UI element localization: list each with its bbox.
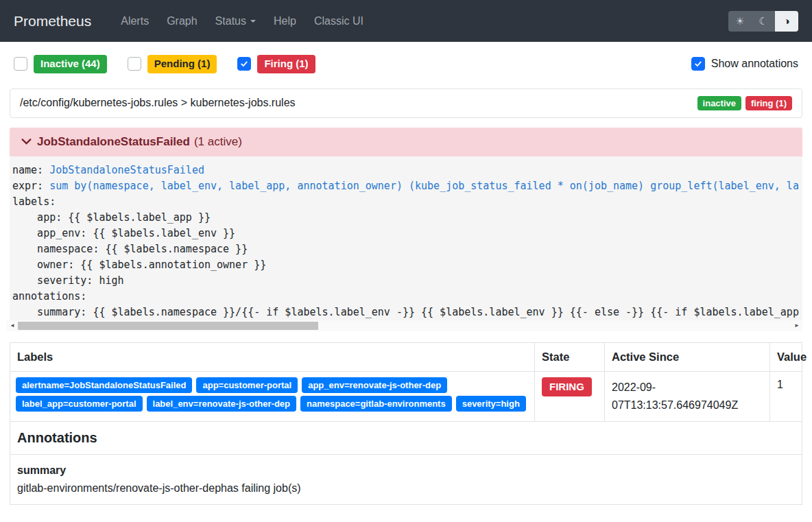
theme-toggle-group: ☀ ☾ ◑ (728, 11, 798, 32)
annotation-key: summary (17, 462, 795, 479)
state-cell: FIRING (535, 371, 605, 421)
code-text: expr: (12, 180, 49, 192)
horizontal-scrollbar[interactable]: ◄ ► (7, 320, 802, 331)
annotations-heading: Annotations (17, 430, 97, 445)
table-header-cell: Labels (10, 342, 535, 371)
nav-status[interactable]: Status (206, 15, 265, 27)
circle-half-icon: ◑ (783, 16, 789, 26)
code-line: app_env: {{ $labels.label_env }} (12, 226, 802, 241)
code-text: annotations: (12, 290, 86, 302)
firing-state-badge: FIRING (542, 377, 592, 396)
code-text: app: {{ $labels.label_app }} (12, 211, 211, 224)
nav-link-label: Alerts (121, 15, 149, 27)
label-badge: app_env=renovate-js-other-dep (302, 377, 447, 393)
top-navbar: Prometheus Alerts Graph Status Help Clas… (0, 0, 812, 42)
label-badge: alertname=JobStandaloneStatusFailed (16, 377, 192, 393)
show-annotations-label: Show annotations (711, 58, 798, 70)
code-line: labels: (12, 194, 802, 210)
alert-rule-header[interactable]: JobStandaloneStatusFailed (1 active) (10, 128, 802, 156)
code-text: summary: {{ $labels.namespace }}/{{- if … (12, 306, 799, 318)
state-filters: Inactive (44) Pending (1) Firing (1) (14, 55, 336, 73)
alert-rule-name: JobStandaloneStatusFailed (37, 135, 190, 149)
alert-rule-active-count: (1 active) (194, 135, 242, 149)
show-annotations-toggle[interactable]: Show annotations (691, 57, 798, 71)
theme-dark-button[interactable]: ☾ (752, 11, 775, 32)
rule-yaml-block: name: JobStandaloneStatusFailed expr: su… (10, 156, 802, 320)
scrollbar-thumb[interactable] (18, 322, 318, 330)
moon-icon: ☾ (759, 16, 767, 26)
filter-inactive: Inactive (44) (14, 55, 107, 73)
code-line: summary: {{ $labels.namespace }}/{{- if … (12, 305, 802, 320)
alert-row: alertname=JobStandaloneStatusFailed app=… (10, 371, 802, 421)
nav-link-label: Help (274, 15, 296, 27)
table-header-cell: Value (770, 342, 802, 371)
alerts-filter-toolbar: Inactive (44) Pending (1) Firing (1) Sho… (0, 42, 812, 88)
scroll-left-arrow-icon[interactable]: ◄ (7, 320, 18, 331)
value-cell: 1 (770, 371, 802, 421)
label-badge: severity=high (456, 396, 526, 412)
check-icon (240, 60, 248, 68)
nav-alerts[interactable]: Alerts (112, 15, 158, 27)
label-badges: alertname=JobStandaloneStatusFailed app=… (16, 377, 529, 412)
code-line: owner: {{ $labels.annotation_owner }} (12, 257, 802, 273)
nav-classic-ui[interactable]: Classic UI (305, 15, 372, 27)
nav-help[interactable]: Help (265, 15, 305, 27)
nav-links: Alerts Graph Status Help Classic UI (112, 15, 372, 27)
code-text: app_env: {{ $labels.label_env }} (12, 227, 235, 239)
label-badge: app=customer-portal (196, 377, 298, 393)
nav-link-label: Classic UI (314, 15, 363, 27)
brand[interactable]: Prometheus (14, 13, 91, 29)
annotations-heading-row: Annotations (10, 421, 802, 454)
code-line: namespace: {{ $labels.namespace }} (12, 241, 802, 257)
annotation-value: gitlab-environments/renovate-js-other-de… (17, 479, 795, 497)
annotation-row: summary gitlab-environments/renovate-js-… (10, 454, 802, 504)
labels-cell: alertname=JobStandaloneStatusFailed app=… (10, 371, 535, 421)
chevron-down-icon (21, 136, 32, 147)
filter-checkbox[interactable] (237, 57, 251, 71)
code-link[interactable]: sum by(namespace, label_env, label_app, … (49, 180, 799, 192)
rule-group-card: /etc/config/kubernetes-jobs.rules > kube… (10, 88, 802, 118)
filter-checkbox[interactable] (14, 57, 27, 71)
code-line: annotations: (12, 289, 802, 305)
code-text: severity: high (12, 274, 124, 287)
code-line: app: {{ $labels.label_app }} (12, 210, 802, 226)
rule-group-badges: inactive firing (1) (697, 96, 792, 110)
group-inactive-badge: inactive (697, 96, 741, 110)
label-badge: namespace=gitlab-environments (300, 396, 452, 412)
code-line: name: JobStandaloneStatusFailed (12, 163, 802, 178)
code-link[interactable]: JobStandaloneStatusFailed (49, 164, 204, 176)
rule-group-title: /etc/config/kubernetes-jobs.rules > kube… (20, 97, 296, 109)
check-icon (694, 60, 702, 68)
nav-link-label: Graph (167, 15, 197, 27)
active-since-cell: 2022-09-07T13:13:57.646974049Z (605, 371, 770, 421)
code-text: labels: (12, 195, 56, 208)
label-badge: label_app=customer-portal (16, 396, 143, 412)
group-firing-badge: firing (1) (745, 96, 792, 110)
filter-pending: Pending (1) (128, 55, 217, 73)
scroll-right-arrow-icon[interactable]: ► (791, 320, 802, 331)
nav-link-label: Status (215, 15, 246, 27)
filter-badge[interactable]: Inactive (44) (34, 55, 107, 73)
show-annotations-checkbox[interactable] (691, 57, 705, 71)
filter-firing: Firing (1) (237, 55, 315, 73)
table-header-cell: State (535, 342, 605, 371)
code-text: namespace: {{ $labels.namespace }} (12, 243, 248, 255)
filter-badge[interactable]: Pending (1) (147, 55, 217, 73)
sun-icon: ☀ (735, 16, 744, 26)
nav-graph[interactable]: Graph (158, 15, 206, 27)
active-alerts-table: Labels State Active Since Value alertnam… (10, 342, 802, 505)
code-line: expr: sum by(namespace, label_env, label… (12, 178, 802, 194)
alert-rule-panel: JobStandaloneStatusFailed (1 active) nam… (10, 128, 802, 331)
code-text: name: (12, 164, 49, 176)
table-header-cell: Active Since (605, 342, 770, 371)
theme-auto-button[interactable]: ◑ (775, 11, 798, 32)
theme-light-button[interactable]: ☀ (728, 11, 752, 32)
table-header-row: Labels State Active Since Value (10, 342, 802, 371)
code-line: severity: high (12, 273, 802, 289)
filter-checkbox[interactable] (128, 57, 141, 71)
chevron-down-icon (250, 20, 256, 23)
code-text: owner: {{ $labels.annotation_owner }} (12, 259, 266, 271)
filter-badge[interactable]: Firing (1) (257, 55, 315, 73)
label-badge: label_env=renovate-js-other-dep (147, 396, 296, 412)
